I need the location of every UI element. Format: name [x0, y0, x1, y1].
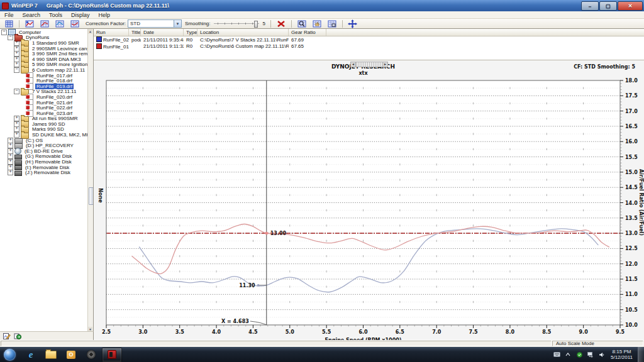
tree-item-dynoruns[interactable]: −DynoRuns	[0, 35, 88, 41]
taskbar-outlook-button[interactable]: O	[62, 348, 80, 361]
tree-item-runfile-018-drf[interactable]: RunFile_018.drf	[0, 78, 88, 84]
tree-item-james-990-sd[interactable]: +James 990 SD	[0, 121, 88, 127]
tree-scrollbar[interactable]: ▲ ▼	[87, 29, 93, 332]
menu-help[interactable]: Help	[94, 12, 115, 18]
column-header-title[interactable]: Title	[129, 29, 141, 36]
show-hidden-icons-button[interactable]	[564, 351, 572, 358]
chevron-down-icon[interactable]: ▼	[174, 20, 181, 27]
svg-text:15.0: 15.0	[625, 170, 638, 175]
taskbar-explorer-button[interactable]	[42, 348, 60, 361]
svg-text:10.0: 10.0	[625, 322, 638, 328]
column-header-location[interactable]: Location	[197, 29, 289, 36]
keyboard-tray-icon[interactable]	[553, 351, 560, 358]
svg-text:5.0: 5.0	[286, 329, 295, 335]
zoom-out-button[interactable]	[325, 19, 339, 28]
tree-item-marks-990-sd[interactable]: +Marks 990 SD	[0, 127, 88, 133]
magnifier-grid-icon	[297, 20, 306, 28]
cursor-crosshair-button[interactable]	[346, 19, 360, 28]
tree-scrollbar-thumb[interactable]	[89, 187, 94, 205]
tree-item-5-990-smr-more-ignition[interactable]: +5 990 SMR more Ignition	[0, 62, 88, 68]
afr-chart[interactable]: 2.53.03.54.04.55.05.56.06.57.07.58.08.59…	[94, 60, 644, 341]
tree-item-3-990-smr-2nd-files-removed[interactable]: +3 990 SMR 2nd files removed	[0, 51, 88, 57]
antivirus-tray-icon[interactable]	[575, 351, 583, 358]
zoom-in-button[interactable]	[295, 19, 309, 28]
app-name: WinPEP 7	[11, 3, 38, 9]
runs-table-button[interactable]	[2, 19, 16, 28]
tree-item-c-os[interactable]: +(C:) OS	[0, 138, 88, 143]
run-table-row[interactable]: RunFile_022.drfpoda21/11/2011 9:35:48 AM…	[94, 36, 644, 43]
smoothing-value: 5	[263, 21, 265, 26]
pan-right-icon[interactable]: ►	[382, 62, 387, 67]
edit-graph-button[interactable]	[3, 332, 11, 340]
expand-icon[interactable]: +	[8, 170, 13, 175]
run-table-header[interactable]: RunTitleDateTypeLocationGear Ratio	[94, 29, 644, 36]
collapse-icon[interactable]: −	[14, 67, 19, 73]
svg-text:14.5: 14.5	[625, 185, 638, 190]
tree-item-e-bd-re-drive[interactable]: +(E:) BD-RE Drive	[0, 148, 88, 154]
tree-item-h-removable-disk[interactable]: +(H:) Removable Disk	[0, 159, 88, 165]
tree-item-all-run-files-990smr[interactable]: +All run files 990SMR	[0, 116, 88, 122]
run-table-row[interactable]: RunFile_019.drf21/11/2011 9:11:32 AMR0C:…	[94, 43, 644, 50]
taskbar-ie-button[interactable]: e	[21, 348, 40, 361]
database-button[interactable]	[13, 332, 21, 340]
tree-item-runfile-019-drf[interactable]: RunFile_019.drf	[0, 84, 88, 89]
clear-graph-button[interactable]	[274, 19, 288, 28]
smoothing-slider[interactable]	[214, 21, 259, 27]
start-button[interactable]	[4, 349, 16, 361]
graph-layout-1-button[interactable]	[23, 19, 36, 28]
show-desktop-button[interactable]	[638, 347, 644, 362]
tree-item-computer[interactable]: −Computer	[0, 30, 88, 35]
menu-tools[interactable]: Tools	[45, 12, 67, 18]
svg-text:8.5: 8.5	[542, 329, 552, 335]
collapse-icon[interactable]: −	[8, 35, 13, 40]
svg-text:13.5: 13.5	[625, 216, 638, 221]
title-bar[interactable]: WinPEP 7 Graph - C:\DynoRuns\6 Custom ma…	[0, 0, 644, 11]
svg-text:None: None	[97, 188, 103, 203]
collapse-icon[interactable]: −	[14, 89, 19, 94]
taskbar-media-button[interactable]	[82, 348, 101, 361]
maximize-button[interactable]: ▢	[599, 1, 617, 11]
pan-button[interactable]	[310, 19, 324, 28]
taskbar-winpep-button[interactable]	[102, 348, 122, 362]
correction-factor-select[interactable]: STD ▼	[128, 19, 182, 28]
tree-item-runfile-023-drf[interactable]: RunFile_023.drf	[0, 111, 88, 116]
tree-item-runfile-022-drf[interactable]: RunFile_022.drf	[0, 105, 88, 111]
collapse-icon[interactable]: −	[1, 30, 7, 35]
table-icon	[5, 20, 13, 28]
tree-item-2-990smr-leovince-cans-akro-map[interactable]: +2 990SMR Leovince cans Akro map	[0, 46, 88, 52]
minimize-button[interactable]: –	[581, 1, 599, 11]
tree-item-runfile-020-drf[interactable]: RunFile_020.drf	[0, 94, 88, 100]
graph-layout-4-button[interactable]	[68, 19, 82, 28]
graph-layout-3-button[interactable]	[53, 19, 67, 28]
scroll-up-icon[interactable]: ▲	[88, 29, 92, 34]
tree-item-4-990-smr-dna-mk3[interactable]: +4 990 SMR DNA MK3	[0, 57, 88, 62]
tree-item-g-removable-disk[interactable]: +(G:) Removable Disk	[0, 154, 88, 160]
column-header-date[interactable]: Date	[141, 29, 184, 36]
tree-item-runfile-021-drf[interactable]: RunFile_021.drf	[0, 100, 88, 106]
pan-left-icon[interactable]: ◄	[351, 62, 356, 67]
volume-tray-icon[interactable]	[598, 351, 606, 358]
menu-file[interactable]: File	[0, 12, 18, 18]
tree-item-runfile-017-drf[interactable]: RunFile_017.drf	[0, 73, 88, 79]
column-header-type[interactable]: Type	[184, 29, 197, 36]
close-button[interactable]: ✕	[618, 1, 643, 11]
tree-item-i-removable-disk[interactable]: +(I:) Removable Disk	[0, 165, 88, 170]
outlook-icon: O	[67, 351, 75, 359]
column-header-run[interactable]: Run	[94, 29, 129, 36]
tree-item-6-custom-map-22-11-11[interactable]: −6 Custom map 22.11.11	[0, 67, 88, 73]
tree-item-d-hp-recovery[interactable]: +(D:) HP_RECOVERY	[0, 143, 88, 148]
network-tray-icon[interactable]	[587, 351, 594, 358]
menu-display[interactable]: Display	[67, 12, 94, 18]
tree-item-j-removable-disk[interactable]: +(J:) Removable Disk	[0, 170, 88, 175]
tree-item-7-v-stacks-22-11-11[interactable]: −7 V Stacks 22.11.11	[0, 89, 88, 95]
taskbar-clock[interactable]: 8:15 PM 5/12/2011	[611, 349, 633, 360]
expand-icon[interactable]: +	[14, 132, 19, 138]
graph-layout-2-button[interactable]	[38, 19, 52, 28]
tree-item-1-standard-990-smr[interactable]: +1 Standard 990 SMR	[0, 40, 88, 46]
chart-pan-scrollbar[interactable]: ◄ ►	[350, 62, 388, 67]
menu-search[interactable]: Search	[18, 12, 45, 18]
smoothing-slider-thumb[interactable]	[254, 21, 258, 28]
cell-type: R0	[184, 43, 197, 49]
tree-item-sd-duke-mk3-mk2-mk1[interactable]: +SD DUKE MK3, MK2, MK1	[0, 132, 88, 138]
column-header-gear-ratio[interactable]: Gear Ratio	[289, 29, 326, 36]
